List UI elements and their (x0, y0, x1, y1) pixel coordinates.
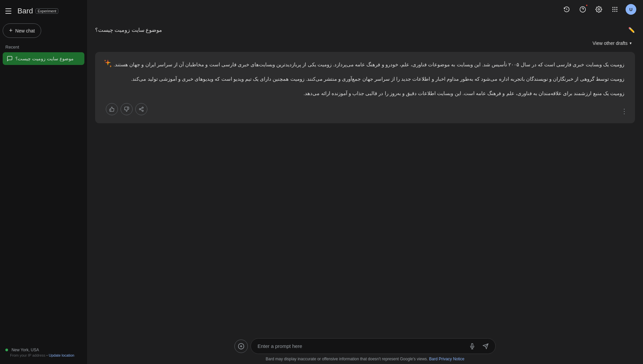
response-paragraph-2: زومیت توسط گروهی از خبرنگاران و نویسندگا… (106, 74, 624, 83)
svg-point-3 (613, 7, 614, 8)
location-dot (5, 349, 8, 351)
new-chat-button[interactable]: + New chat (3, 23, 41, 38)
edit-icon[interactable]: ✏️ (628, 27, 635, 33)
settings-icon[interactable] (592, 3, 605, 16)
update-location-link[interactable]: Update location (49, 353, 74, 357)
share-button[interactable] (135, 103, 147, 115)
thumbs-up-button[interactable] (106, 103, 118, 115)
help-notification-wrapper (576, 3, 589, 16)
prompt-input[interactable] (251, 338, 496, 354)
add-attachment-button[interactable] (234, 340, 248, 353)
svg-point-8 (616, 9, 617, 10)
microphone-icon (469, 343, 475, 349)
svg-point-14 (142, 110, 143, 112)
brand: Bard Experiment (17, 7, 58, 15)
input-row (234, 338, 496, 354)
user-avatar: U (626, 4, 636, 15)
sidebar: Bard Experiment + New chat Recent موضوع … (0, 0, 87, 364)
action-bar (106, 103, 624, 115)
bard-star-icon (103, 59, 113, 68)
drafts-bar: View other drafts ▾ (95, 39, 635, 48)
prompt-actions (466, 340, 492, 352)
drafts-label: View other drafts (592, 41, 628, 46)
svg-point-7 (614, 9, 615, 10)
history-icon[interactable] (560, 3, 573, 16)
notification-badge (585, 4, 588, 7)
send-button[interactable] (480, 340, 492, 352)
send-icon (483, 343, 489, 349)
thumbs-down-icon (124, 106, 129, 112)
conversation-title: موضوع سایت زومیت چیست؟ (95, 27, 162, 33)
input-area: Bard may display inaccurate or offensive… (87, 334, 643, 364)
privacy-notice-link[interactable]: Bard Privacy Notice (429, 357, 464, 361)
svg-point-12 (142, 107, 143, 108)
hamburger-icon[interactable] (5, 7, 13, 15)
response-paragraph-1: زومیت یک وبسایت خبری فارسی است که در سال… (106, 60, 624, 69)
location-sub: From your IP address • Update location (5, 353, 82, 357)
brand-name: Bard (17, 7, 33, 15)
svg-line-15 (141, 110, 142, 111)
prompt-wrapper (251, 338, 496, 354)
ai-response-text: زومیت یک وبسایت خبری فارسی است که در سال… (106, 60, 624, 98)
svg-point-4 (614, 7, 615, 8)
svg-point-10 (614, 11, 615, 12)
main-content: U ✏️ موضوع سایت زومیت چیست؟ View other d… (87, 0, 643, 364)
microphone-button[interactable] (466, 340, 478, 352)
response-paragraph-3: زومیت یک منبع ارزشمند برای علاقه‌مندان ب… (106, 89, 624, 98)
svg-point-11 (616, 11, 617, 12)
experiment-badge: Experiment (35, 8, 58, 14)
chat-area: ✏️ موضوع سایت زومیت چیست؟ View other dra… (87, 19, 643, 334)
sidebar-header: Bard Experiment (3, 4, 84, 21)
topbar: U (87, 0, 643, 19)
recent-label: Recent (3, 43, 84, 52)
svg-point-6 (613, 9, 614, 10)
plus-circle-icon (238, 343, 244, 350)
sidebar-footer: New York, USA From your IP address • Upd… (3, 344, 84, 360)
account-avatar[interactable]: U (624, 3, 638, 16)
thumbs-down-button[interactable] (121, 103, 133, 115)
view-other-drafts-button[interactable]: View other drafts ▾ (589, 39, 635, 48)
chat-item-active[interactable]: موضوع سایت زومیت چیست؟ (3, 52, 84, 65)
plus-icon: + (9, 27, 13, 34)
chevron-down-icon: ▾ (630, 41, 632, 46)
share-icon (139, 106, 144, 112)
more-options-button[interactable]: ⋮ (619, 106, 630, 117)
chat-item-text: موضوع سایت زومیت چیست؟ (15, 56, 74, 61)
svg-point-9 (613, 11, 614, 12)
svg-line-16 (141, 108, 142, 109)
apps-icon[interactable] (608, 3, 622, 16)
bard-star-wrapper (103, 59, 113, 69)
thumbs-up-icon (109, 106, 115, 112)
disclaimer-text: Bard may display inaccurate or offensive… (266, 357, 429, 361)
from-ip-text: From your IP address • (10, 353, 49, 357)
svg-point-5 (616, 7, 617, 8)
location-line: New York, USA (5, 347, 82, 353)
disclaimer: Bard may display inaccurate or offensive… (266, 357, 464, 361)
location-text: New York, USA (11, 348, 39, 352)
chat-icon (7, 56, 13, 62)
new-chat-label: New chat (15, 28, 35, 33)
svg-point-13 (139, 108, 141, 110)
ai-response-card: زومیت یک وبسایت خبری فارسی است که در سال… (95, 52, 635, 123)
conversation-header: ✏️ موضوع سایت زومیت چیست؟ (95, 24, 635, 39)
svg-point-2 (598, 9, 600, 10)
